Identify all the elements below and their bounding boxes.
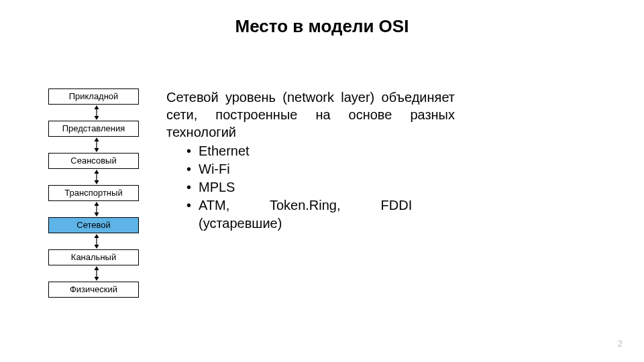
svg-marker-16 [94,266,99,270]
osi-layer-box: Канальный [48,249,139,265]
svg-marker-14 [94,245,99,249]
svg-marker-7 [94,170,99,174]
svg-marker-8 [94,180,99,184]
osi-layer-box: Прикладной [48,88,139,105]
osi-layer-box: Представления [48,121,139,137]
osi-layer-box: Физический [48,282,139,298]
content-block: Сетевой уровень (network layer) объединя… [166,88,455,233]
double-arrow-icon [93,137,95,152]
double-arrow-icon [93,202,95,217]
layer-connector [48,201,139,217]
layer-connector [48,169,139,185]
bullet-item: ATM, Token.Ring, FDDI (устаревшие) [186,196,455,233]
svg-marker-5 [94,148,99,152]
layer-connector [48,233,139,249]
svg-marker-11 [94,213,99,217]
osi-layer-box: Транспортный [48,185,139,201]
bullet-item: MPLS [186,178,455,196]
svg-marker-10 [94,202,99,206]
svg-marker-1 [94,105,99,109]
bullet-list: EthernetWi-FiMPLSATM, Token.Ring, FDDI (… [186,142,455,233]
double-arrow-icon [93,105,95,120]
double-arrow-icon [93,234,95,249]
layer-connector [48,105,139,121]
svg-marker-4 [94,137,99,141]
svg-marker-13 [94,234,99,238]
slide-title: Место в модели OSI [0,16,644,37]
svg-marker-2 [94,116,99,120]
page-number: 2 [618,339,623,349]
osi-layers-column: Прикладной Представления Сеансовый Транс… [48,88,139,298]
double-arrow-icon [93,170,95,184]
osi-layer-box: Сеансовый [48,153,139,169]
osi-layer-box: Сетевой [48,217,139,233]
bullet-item: Wi-Fi [186,160,455,178]
layer-connector [48,137,139,153]
double-arrow-icon [93,266,95,281]
layer-connector [48,265,139,282]
bullet-item: Ethernet [186,142,455,160]
description-paragraph: Сетевой уровень (network layer) объединя… [166,88,455,141]
svg-marker-17 [94,277,99,281]
